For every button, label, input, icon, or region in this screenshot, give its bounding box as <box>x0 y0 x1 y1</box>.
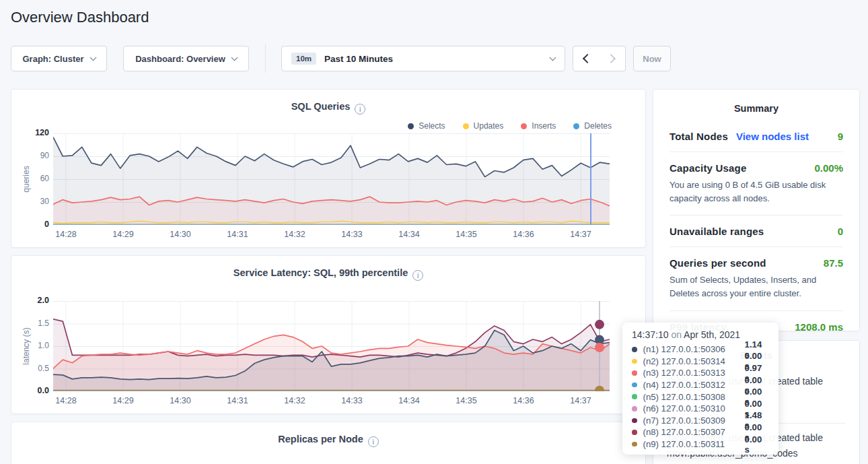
tooltip-node-label: (n4) 127.0.0.1:50312 <box>643 380 745 390</box>
x-axis-tick: 14:37 <box>570 396 591 405</box>
x-axis-tick: 14:32 <box>284 396 305 405</box>
p99-latency-value: 1208.0 ms <box>795 321 843 333</box>
legend-item-selects[interactable]: Selects <box>408 121 445 131</box>
x-axis-tick: 14:36 <box>513 230 534 239</box>
node-color-dot <box>632 394 637 399</box>
x-axis-tick: 14:30 <box>170 396 190 405</box>
sql-queries-chart-title: SQL Queriesi <box>11 101 645 114</box>
node-color-dot <box>632 347 637 352</box>
tooltip-node-label: (n2) 127.0.0.1:50314 <box>643 356 745 366</box>
chevron-down-icon <box>550 54 556 61</box>
x-axis-tick: 14:36 <box>513 396 534 405</box>
y-axis-tick: 0.0 <box>26 386 49 395</box>
summary-row-unavailable-ranges: Unavailable ranges 0 <box>670 216 843 247</box>
x-axis-tick: 14:30 <box>170 230 190 239</box>
summary-row-capacity: Capacity Usage 0.00% You are using 0 B o… <box>670 152 843 216</box>
node-color-dot <box>632 418 637 424</box>
dashboard-selector-label: Dashboard: Overview <box>135 54 225 64</box>
x-axis-tick: 14:31 <box>227 396 248 405</box>
service-latency-chart-title: Service Latency: SQL, 99th percentilei <box>11 267 645 281</box>
graph-selector-label: Graph: Cluster <box>22 54 83 64</box>
tooltip-node-label: (n8) 127.0.0.1:50307 <box>643 427 745 437</box>
tooltip-timestamp: 14:37:10 on Apr 5th, 2021 <box>632 329 769 340</box>
view-nodes-list-link[interactable]: View nodes list <box>736 131 809 142</box>
node-color-dot <box>632 430 637 435</box>
node-color-dot <box>632 406 637 411</box>
x-axis-tick: 14:34 <box>398 230 419 239</box>
dashboard-selector-dropdown[interactable]: Dashboard: Overview <box>123 46 249 71</box>
total-nodes-value: 9 <box>838 131 843 142</box>
summary-panel: Summary Total Nodes View nodes list 9 Ca… <box>653 89 860 331</box>
total-nodes-label: Total Nodes <box>670 131 728 142</box>
time-next-button[interactable] <box>599 46 626 71</box>
x-axis-tick: 14:35 <box>456 396 476 405</box>
node-color-dot <box>632 442 637 447</box>
y-axis-tick: 30 <box>26 197 49 206</box>
node-color-dot <box>632 359 637 364</box>
node-color-dot <box>632 383 637 388</box>
info-icon[interactable]: i <box>412 270 423 281</box>
service-latency-chart-canvas <box>53 301 610 391</box>
legend-dot <box>573 123 579 129</box>
x-axis-tick: 14:33 <box>341 396 362 405</box>
y-axis-tick: 2.0 <box>26 296 49 305</box>
page-title: Overview Dashboard <box>11 9 149 26</box>
tooltip-node-row: (n9) 127.0.0.1:50311 0.00 s <box>632 438 769 451</box>
qps-label: Queries per second <box>670 257 766 269</box>
tooltip-node-label: (n9) 127.0.0.1:50311 <box>643 439 745 449</box>
x-axis-tick: 14:33 <box>341 230 362 239</box>
x-axis-tick: 14:37 <box>570 230 591 239</box>
tooltip-node-value: 0.00 s <box>745 434 769 455</box>
legend-item-updates[interactable]: Updates <box>463 121 504 131</box>
x-axis-tick: 14:32 <box>284 230 305 239</box>
node-color-dot <box>632 370 637 376</box>
x-axis-tick: 14:31 <box>227 230 248 239</box>
info-icon[interactable]: i <box>355 104 365 114</box>
tooltip-node-label: (n6) 127.0.0.1:50310 <box>643 403 745 413</box>
time-range-label: Past 10 Minutes <box>324 54 393 64</box>
tooltip-node-label: (n7) 127.0.0.1:50309 <box>643 416 745 426</box>
chevron-down-icon <box>89 54 96 61</box>
y-axis-tick: 0 <box>26 220 49 229</box>
x-axis-tick: 14:29 <box>112 230 133 239</box>
chevron-left-icon <box>583 54 592 63</box>
overview-dashboard-page: Overview Dashboard Graph: Cluster Dashbo… <box>0 0 868 464</box>
summary-row-qps: Queries per second 87.5 Sum of Selects, … <box>670 247 843 310</box>
y-axis-label: latency (s) <box>22 327 31 364</box>
y-axis-tick: 120 <box>26 128 49 137</box>
time-range-badge: 10m <box>291 53 316 65</box>
x-axis-tick: 14:34 <box>398 396 419 405</box>
chevron-down-icon <box>231 54 238 61</box>
unavailable-ranges-value: 0 <box>838 226 843 237</box>
time-prev-button[interactable] <box>573 46 600 71</box>
sql-queries-legend: SelectsUpdatesInsertsDeletes <box>408 121 612 131</box>
graph-selector-dropdown[interactable]: Graph: Cluster <box>11 46 107 71</box>
time-now-button[interactable]: Now <box>633 46 671 71</box>
sql-queries-chart-card: SQL Queriesi SelectsUpdatesInsertsDelete… <box>11 89 646 248</box>
x-axis-tick: 14:35 <box>456 230 476 239</box>
info-icon[interactable]: i <box>368 436 379 447</box>
unavailable-ranges-label: Unavailable ranges <box>670 226 764 237</box>
y-axis-tick: 90 <box>26 151 49 160</box>
y-axis-tick: 1.5 <box>26 319 49 328</box>
capacity-usage-desc: You are using 0 B of 4.5 GiB usable disk… <box>670 178 843 205</box>
qps-value: 87.5 <box>824 257 843 269</box>
chevron-right-icon <box>606 54 615 63</box>
legend-dot <box>463 123 469 129</box>
tooltip-node-label: (n3) 127.0.0.1:50313 <box>643 368 745 378</box>
sql-queries-chart-canvas <box>53 133 610 225</box>
tooltip-node-label: (n1) 127.0.0.1:50306 <box>643 344 745 354</box>
replicas-per-node-chart-card: Replicas per Nodei <box>11 422 646 464</box>
y-axis-label: queries <box>22 166 31 192</box>
time-range-dropdown[interactable]: 10m Past 10 Minutes <box>281 46 565 71</box>
legend-item-deletes[interactable]: Deletes <box>573 121 612 131</box>
summary-row-total-nodes: Total Nodes View nodes list 9 <box>670 121 843 152</box>
legend-dot <box>521 123 527 129</box>
replicas-per-node-chart-title: Replicas per Nodei <box>11 434 645 447</box>
chart-hover-tooltip: 14:37:10 on Apr 5th, 2021 (n1) 127.0.0.1… <box>622 323 779 455</box>
controls-divider <box>265 44 266 73</box>
qps-desc: Sum of Selects, Updates, Inserts, and De… <box>670 273 843 300</box>
x-axis-tick: 14:28 <box>55 396 76 405</box>
legend-item-inserts[interactable]: Inserts <box>521 121 556 131</box>
legend-dot <box>408 123 414 129</box>
